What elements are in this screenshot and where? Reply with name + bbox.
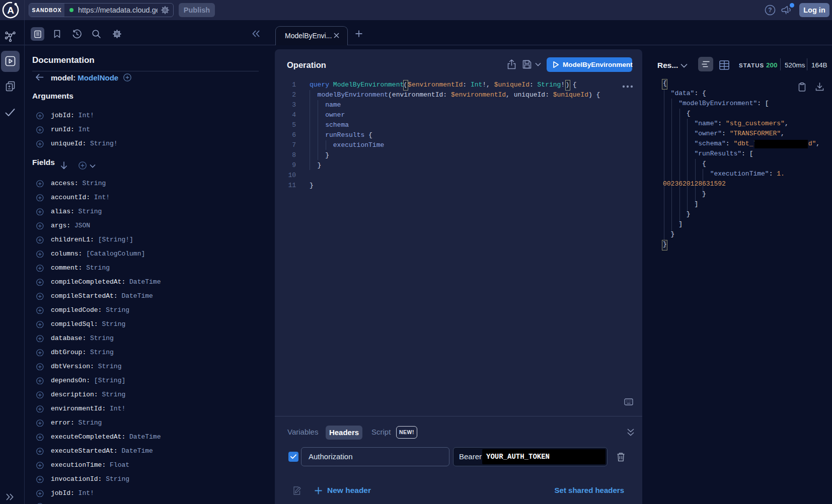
svg-text:A: A bbox=[7, 5, 14, 16]
svg-text:?: ? bbox=[768, 7, 772, 14]
